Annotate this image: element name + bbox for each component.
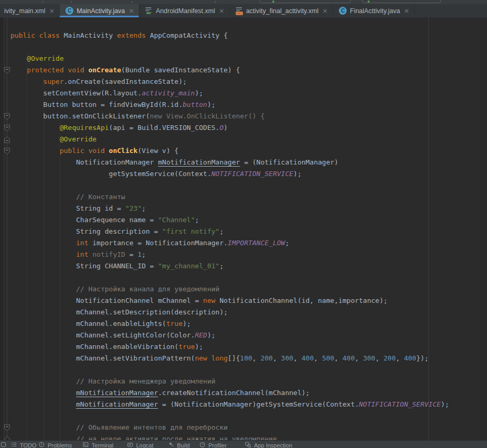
fold-marker-down-icon[interactable] <box>4 147 10 154</box>
toolbar-icon-dot <box>71 1 72 3</box>
tab-bar: ivity_main.xml×CMainActivity.java×MFAndr… <box>0 4 487 17</box>
close-tab-icon[interactable]: × <box>49 7 55 14</box>
close-tab-icon[interactable]: × <box>322 7 328 14</box>
code-line[interactable]: // Настройка канала для уведомлений <box>10 283 219 295</box>
code-line[interactable]: @Override <box>10 53 64 64</box>
tab-label: MainActivity.java <box>76 7 125 15</box>
code-line[interactable]: // Обьявление интентов для переброски <box>10 422 228 433</box>
tool-window-button-problems[interactable]: Problems <box>39 442 72 448</box>
code-line[interactable]: int notifyID = 1; <box>10 249 146 260</box>
layout-file-icon: ·· <box>236 7 243 15</box>
tool-window-button-app-inspection[interactable]: App Inspection <box>245 442 292 448</box>
code-line[interactable]: button.setOnClickListener(new View.OnCli… <box>10 111 264 122</box>
tool-window-button-terminal[interactable]: Terminal <box>83 442 114 448</box>
tool-window-button-todo[interactable]: TODO <box>11 442 37 448</box>
tool-window-bar: TODOProblemsTerminalLogcatBuildProfilerA… <box>0 440 487 448</box>
code-line[interactable]: String id = "23"; <box>10 203 146 214</box>
tool-window-label: App Inspection <box>254 442 292 448</box>
tool-window-label: Build <box>177 442 190 448</box>
code-editor[interactable]: public class MainActivity extends AppCom… <box>0 17 487 440</box>
code-line[interactable]: mNotificationManager.createNotificationC… <box>10 387 309 399</box>
close-tab-icon[interactable]: × <box>404 7 409 14</box>
toolbar-icon-dot <box>131 1 132 3</box>
tool-window-button-build[interactable]: Build <box>168 442 190 448</box>
terminal-icon <box>83 442 89 448</box>
tool-window-label: Logcat <box>136 442 153 448</box>
build-icon <box>168 442 174 448</box>
editor-tab-FinalActtivity.java[interactable]: CFinalActtivity.java× <box>333 4 415 17</box>
main-toolbar-strip <box>0 0 487 4</box>
right-margin-guide <box>428 17 429 440</box>
code-line[interactable]: mChannel.enableVibration(true); <box>10 341 203 353</box>
java-class-icon: C <box>339 7 347 15</box>
code-line[interactable]: CharSequence name = "Channel"; <box>10 214 199 226</box>
tool-window-button-profiler[interactable]: Profiler <box>200 442 227 448</box>
code-line[interactable]: setContentView(R.layout.activity_main); <box>10 88 203 99</box>
java-class-icon: C <box>65 7 73 15</box>
code-line[interactable]: // Настройка менеджера уведомлений <box>10 376 215 387</box>
tool-window-label: Profiler <box>208 442 227 448</box>
code-line[interactable]: mNotificationManager = (NotificationMana… <box>10 399 449 410</box>
code-line[interactable]: getSystemService(Context.NOTIFICATION_SE… <box>10 168 302 180</box>
logcat-icon <box>127 442 134 448</box>
code-line[interactable]: String description = "first notify"; <box>10 226 224 237</box>
app-inspection-icon <box>245 442 251 448</box>
gutter-fold-line <box>7 17 7 440</box>
close-tab-icon[interactable]: × <box>129 7 135 14</box>
tab-label: AndroidManifest.xml <box>156 7 215 15</box>
editor-tab-MainActivity.java[interactable]: CMainActivity.java× <box>60 4 139 17</box>
code-line[interactable]: @Override <box>10 134 96 145</box>
editor-left-border <box>0 17 4 440</box>
tool-window-label: Problems <box>48 442 72 448</box>
tab-label: ivity_main.xml <box>4 7 46 15</box>
profiler-icon <box>200 442 206 448</box>
tool-window-button-logcat[interactable]: Logcat <box>127 442 153 448</box>
fold-marker-down-icon[interactable] <box>4 424 10 431</box>
close-tab-icon[interactable]: × <box>219 7 225 14</box>
code-line[interactable]: mChannel.setVibrationPattern(new long[]{… <box>10 353 428 364</box>
toolbar-icon-dot <box>215 1 216 3</box>
manifest-file-icon: MF <box>145 7 152 15</box>
tool-window-label: TODO <box>20 442 37 448</box>
code-line[interactable]: public void onClick(View v) { <box>10 145 179 157</box>
editor-tab-ivity_main.xml[interactable]: ivity_main.xml× <box>0 4 60 17</box>
code-line[interactable]: mChannel.enableLights(true); <box>10 318 191 330</box>
code-line[interactable]: int importance = NotificationManager.IMP… <box>10 237 289 249</box>
fold-marker-down-icon[interactable] <box>4 113 10 119</box>
tool-window-label: Terminal <box>92 442 114 448</box>
code-line[interactable]: NotificationManager mNotificationManager… <box>10 157 338 168</box>
code-line[interactable]: public class MainActivity extends AppCom… <box>10 30 228 41</box>
code-line[interactable]: // Константы <box>10 191 125 203</box>
code-line[interactable]: Button button = findViewById(R.id.button… <box>10 99 215 111</box>
code-line[interactable]: super.onCreate(savedInstanceState); <box>10 76 187 88</box>
run-icon[interactable] <box>272 1 274 3</box>
todo-icon <box>11 442 17 448</box>
code-line[interactable]: @RequiresApi(api = Build.VERSION_CODES.O… <box>10 122 228 134</box>
code-line[interactable]: protected void onCreate(Bundle savedInst… <box>10 64 240 76</box>
code-line[interactable]: mChannel.setLightColor(Color.RED); <box>10 330 215 341</box>
device-selector-widget[interactable] <box>362 0 441 3</box>
tool-window-switcher-icon[interactable] <box>1 442 6 447</box>
fold-marker-down-icon[interactable] <box>4 67 10 73</box>
code-line[interactable]: mChannel.setDescription(description); <box>10 307 228 318</box>
code-line[interactable]: NotificationChannel mChannel = new Notif… <box>10 295 388 307</box>
problems-icon <box>39 442 45 448</box>
fold-marker-up-icon[interactable] <box>4 435 10 440</box>
code-line[interactable]: String CHANNEL_ID = "my_channel_01"; <box>10 260 224 272</box>
tab-label: activity_final_acttivity.xml <box>246 7 319 15</box>
editor-tab-activity_final_acttivity.xml[interactable]: ··activity_final_acttivity.xml× <box>230 4 334 17</box>
fold-marker-up-icon[interactable] <box>4 136 10 143</box>
editor-tab-AndroidManifest.xml[interactable]: MFAndroidManifest.xml× <box>139 4 229 17</box>
device-status-icon <box>368 1 370 3</box>
fold-marker-down-icon[interactable] <box>4 124 10 131</box>
tab-label: FinalActtivity.java <box>350 7 400 15</box>
toolbar-icon-dot <box>42 1 43 3</box>
code-line[interactable]: // на новое активити после нажатия на ув… <box>10 433 277 440</box>
